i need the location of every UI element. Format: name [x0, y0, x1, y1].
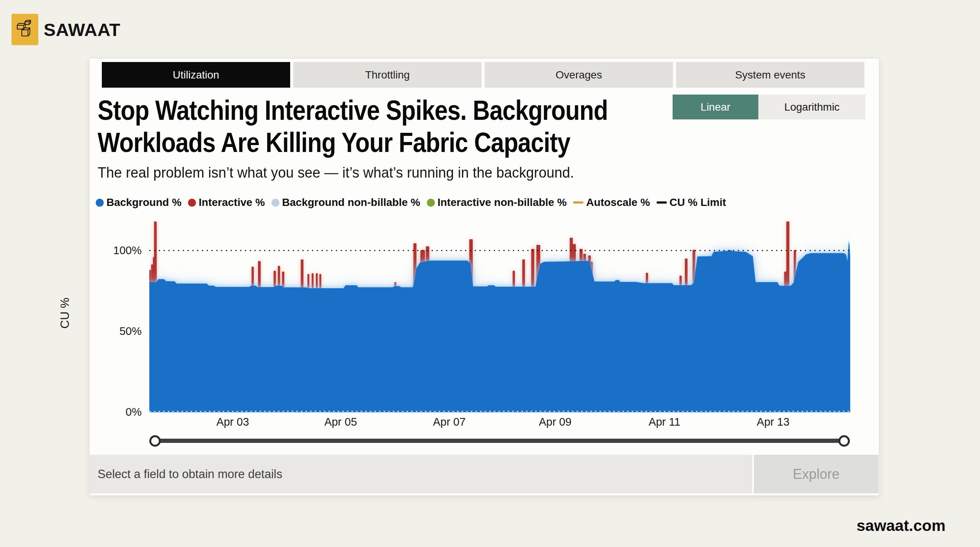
legend-item[interactable]: Interactive non-billable % [427, 196, 567, 209]
background-area-series [149, 241, 850, 412]
legend-item[interactable]: Background non-billable % [271, 196, 420, 209]
toggle-label: Logarithmic [784, 101, 840, 113]
scale-toggle-logarithmic[interactable]: Logarithmic [758, 95, 866, 119]
legend-item[interactable]: Interactive % [188, 196, 265, 209]
utilization-chart-plot[interactable] [149, 218, 850, 412]
tab-system-events[interactable]: System events [676, 62, 864, 88]
explore-button-label: Explore [793, 466, 840, 482]
legend-item[interactable]: Background % [96, 196, 181, 209]
page-subtitle: The real problem isn’t what you see — it… [98, 165, 574, 181]
legend-label: CU % Limit [670, 196, 726, 209]
chart-legend: Background %Interactive %Background non-… [96, 196, 726, 209]
legend-label: Background % [106, 196, 181, 209]
boxes-icon [16, 18, 34, 41]
x-tick-label: Apr 11 [648, 416, 680, 428]
legend-dash-icon [573, 201, 583, 204]
title-line-2: Workloads Are Killing Your Fabric Capaci… [98, 126, 608, 158]
details-hint-text: Select a field to obtain more details [98, 467, 283, 481]
tab-label: Utilization [173, 69, 219, 81]
legend-item[interactable]: CU % Limit [657, 196, 726, 209]
x-tick-label: Apr 09 [539, 416, 571, 428]
details-bar: Select a field to obtain more details [89, 455, 752, 493]
scale-toggle-linear[interactable]: Linear [673, 95, 758, 119]
time-range-slider-track[interactable] [153, 439, 846, 443]
y-tick-label: 50% [92, 325, 142, 338]
tab-label: Overages [555, 69, 602, 81]
x-tick-label: Apr 03 [216, 416, 249, 428]
y-tick-label: 100% [92, 244, 142, 257]
legend-dot-icon [427, 199, 435, 207]
website-url: sawaat.com [857, 517, 946, 535]
y-axis-title: CU % [58, 292, 72, 334]
tab-overages[interactable]: Overages [485, 62, 673, 88]
brand-name: SAWAAT [44, 19, 121, 41]
explore-button[interactable]: Explore [754, 455, 879, 493]
brand-logo [11, 14, 38, 45]
legend-dot-icon [271, 199, 279, 207]
legend-label: Interactive % [199, 196, 265, 209]
legend-dash-icon [657, 201, 667, 204]
legend-label: Interactive non-billable % [438, 196, 567, 209]
legend-dot-icon [96, 199, 104, 207]
title-line-1: Stop Watching Interactive Spikes. Backgr… [98, 94, 608, 126]
legend-item[interactable]: Autoscale % [573, 196, 650, 209]
slider-handle-left[interactable] [149, 435, 161, 447]
legend-dot-icon [188, 199, 196, 207]
x-tick-label: Apr 07 [433, 416, 466, 428]
tab-utilization[interactable]: Utilization [102, 62, 290, 88]
y-tick-label: 0% [92, 406, 142, 418]
legend-label: Background non-billable % [282, 196, 420, 209]
toggle-label: Linear [701, 101, 730, 113]
tab-label: Throttling [365, 69, 410, 81]
legend-label: Autoscale % [586, 196, 650, 209]
tab-label: System events [735, 69, 805, 81]
x-tick-label: Apr 13 [757, 416, 789, 428]
x-tick-label: Apr 05 [324, 416, 357, 428]
tab-throttling[interactable]: Throttling [293, 62, 482, 88]
page-title: Stop Watching Interactive Spikes. Backgr… [98, 94, 608, 158]
utilization-chart[interactable] [149, 218, 850, 412]
slider-handle-right[interactable] [838, 435, 850, 447]
